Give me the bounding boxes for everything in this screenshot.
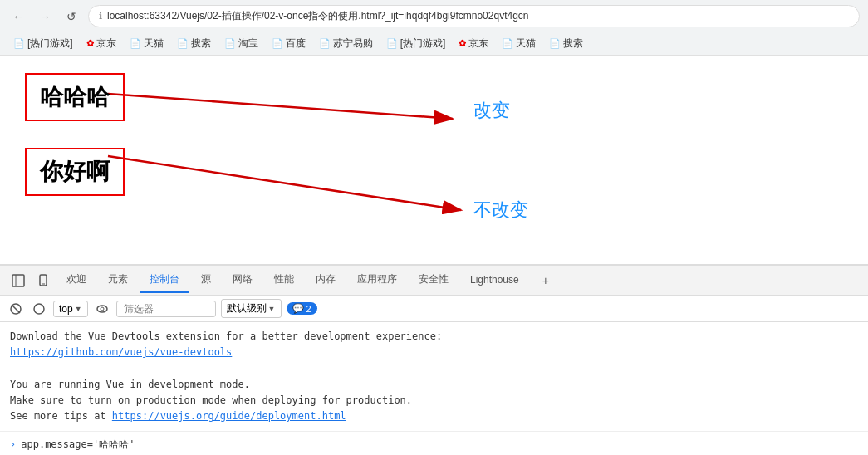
bookmark-label: 淘宝 [238, 37, 258, 51]
svg-point-9 [34, 304, 44, 314]
bookmark-label: 搜索 [563, 37, 583, 51]
message-icon: 💬 [292, 303, 304, 314]
svg-line-8 [12, 305, 20, 313]
change-label: 改变 [473, 98, 510, 123]
bookmark-jd[interactable]: ✿ 京东 [81, 35, 121, 52]
clear-console-button[interactable] [7, 300, 25, 318]
tab-sources[interactable]: 源 [191, 267, 221, 293]
bookmark-search2[interactable]: 📄 搜索 [544, 35, 588, 52]
bookmark-label: [热门游戏] [400, 37, 446, 51]
device-toolbar-button[interactable] [32, 269, 55, 292]
tab-security[interactable]: 安全性 [409, 267, 459, 293]
bookmark-label: 搜索 [191, 37, 211, 51]
bookmark-taobao[interactable]: 📄 淘宝 [219, 35, 263, 52]
level-label: 默认级别 [227, 301, 267, 316]
bookmark-jd-icon2: ✿ [459, 38, 466, 49]
refresh-button[interactable]: ↺ [61, 7, 81, 27]
devtools-tabs: 欢迎 元素 控制台 源 网络 性能 内存 应用程序 安全性 Lighthouse… [0, 266, 868, 296]
tab-network[interactable]: 网络 [223, 267, 262, 293]
deployment-link[interactable]: https://vuejs.org/guide/deployment.html [112, 410, 346, 422]
bookmark-doc-icon: 📄 [319, 38, 331, 49]
level-dropdown-arrow-icon: ▼ [268, 305, 276, 313]
browser-toolbar: ← → ↺ ℹ localhost:63342/Vuejs/02-插值操作/02… [0, 0, 868, 32]
bookmarks-bar: 📄 [热门游戏] ✿ 京东 📄 天猫 📄 搜索 📄 淘宝 📄 百度 📄 苏宁易购 [0, 32, 868, 56]
console-toolbar: top ▼ 默认级别 ▼ 💬 2 [0, 296, 868, 322]
lock-icon: ℹ [99, 11, 102, 22]
svg-rect-3 [12, 275, 24, 286]
bookmark-tianmao2[interactable]: 📄 天猫 [497, 35, 541, 52]
tab-performance[interactable]: 性能 [264, 267, 304, 293]
bookmark-doc-icon: 📄 [13, 38, 25, 49]
bookmark-label: 天猫 [516, 37, 536, 51]
filter-input[interactable] [116, 301, 216, 317]
message-count: 2 [306, 304, 311, 314]
bookmark-label: 京东 [468, 37, 488, 51]
console-line-4: See more tips at https://vuejs.org/guide… [10, 409, 858, 424]
svg-point-11 [101, 307, 104, 311]
bookmark-search[interactable]: 📄 搜索 [172, 35, 216, 52]
bookmark-hotgames[interactable]: 📄 [热门游戏] [8, 35, 78, 52]
console-prompts: › app.message='哈哈哈' ‹ '哈哈哈' [0, 431, 868, 455]
bookmark-tianmao[interactable]: 📄 天猫 [125, 35, 169, 52]
address-bar[interactable]: ℹ localhost:63342/Vuejs/02-插值操作/02-v-onc… [88, 5, 860, 27]
console-output: Download the Vue Devtools extension for … [0, 322, 868, 431]
bookmark-doc-icon: 📄 [130, 38, 141, 49]
console-line-1: Download the Vue Devtools extension for … [10, 329, 858, 345]
text-box-1: 哈哈哈 [25, 73, 125, 121]
svg-point-10 [97, 306, 107, 312]
bookmark-jd2[interactable]: ✿ 京东 [454, 35, 493, 52]
bookmark-doc-icon: 📄 [272, 38, 283, 49]
message-count-badge[interactable]: 💬 2 [287, 302, 317, 315]
prompt-text-1: app.message='哈哈哈' [21, 437, 135, 453]
vue-devtools-link[interactable]: https://github.com/vuejs/vue-devtools [10, 346, 232, 358]
bookmark-doc-icon: 📄 [549, 38, 561, 49]
bookmark-baidu[interactable]: 📄 百度 [267, 35, 311, 52]
bookmark-doc-icon: 📄 [502, 38, 513, 49]
bookmark-hotgames2[interactable]: 📄 [热门游戏] [381, 35, 451, 52]
inspect-element-button[interactable] [7, 269, 30, 292]
console-prompt-1: › app.message='哈哈哈' [10, 437, 858, 453]
console-line-3: Make sure to turn on production mode whe… [10, 393, 858, 409]
prompt-arrow-icon: › [10, 437, 16, 453]
bookmark-label: [热门游戏] [27, 37, 73, 51]
bookmark-label: 京东 [96, 37, 116, 51]
bookmark-label: 天猫 [144, 37, 164, 51]
browser-chrome: ← → ↺ ℹ localhost:63342/Vuejs/02-插值操作/02… [0, 0, 868, 56]
context-top-label: top [59, 303, 73, 315]
address-text: localhost:63342/Vuejs/02-插值操作/02-v-once指… [107, 9, 528, 23]
bookmark-label: 百度 [286, 37, 306, 51]
add-tab-button[interactable]: + [534, 269, 557, 292]
tab-lighthouse[interactable]: Lighthouse [460, 269, 529, 292]
console-line-2: You are running Vue in development mode. [10, 377, 858, 393]
console-line-blank [10, 360, 858, 376]
block-icon[interactable] [30, 300, 48, 318]
tab-welcome[interactable]: 欢迎 [56, 267, 96, 293]
text-box-2: 你好啊 [25, 148, 125, 196]
bookmark-label: 苏宁易购 [333, 37, 373, 51]
bookmark-doc-icon: 📄 [386, 38, 398, 49]
bookmark-suning[interactable]: 📄 苏宁易购 [314, 35, 378, 52]
back-button[interactable]: ← [8, 7, 28, 27]
page-content: 哈哈哈 你好啊 改变 不改变 [0, 56, 868, 264]
level-selector[interactable]: 默认级别 ▼ [221, 299, 282, 318]
eye-button[interactable] [93, 300, 111, 318]
tab-memory[interactable]: 内存 [306, 267, 346, 293]
bookmark-jd-icon: ✿ [86, 38, 94, 49]
tab-console[interactable]: 控制台 [140, 267, 189, 293]
dropdown-arrow-icon: ▼ [75, 305, 82, 313]
forward-button[interactable]: → [35, 7, 55, 27]
no-change-label: 不改变 [473, 198, 528, 223]
bookmark-doc-icon: 📄 [177, 38, 189, 49]
context-selector[interactable]: top ▼ [53, 301, 88, 317]
tab-elements[interactable]: 元素 [98, 267, 138, 293]
devtools-panel: 欢迎 元素 控制台 源 网络 性能 内存 应用程序 安全性 Lighthouse… [0, 264, 868, 455]
bookmark-doc-icon: 📄 [224, 38, 236, 49]
tab-application[interactable]: 应用程序 [347, 267, 407, 293]
devtools-left-icons [7, 269, 55, 292]
console-line-link1[interactable]: https://github.com/vuejs/vue-devtools [10, 345, 858, 360]
